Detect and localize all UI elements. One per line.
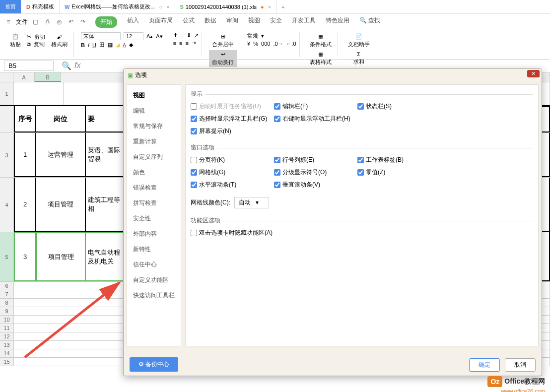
cell-pos[interactable]: 项目管理: [36, 178, 86, 232]
format-painter-button[interactable]: 🖌格式刷: [48, 33, 70, 49]
copy-button[interactable]: 复制: [34, 41, 45, 48]
opt-formulabar[interactable]: 编辑栏(F): [274, 102, 353, 111]
row-header[interactable]: 10: [0, 316, 14, 324]
opt-taskpane[interactable]: 启动时展开任务窗格(U): [191, 102, 270, 111]
sum-button[interactable]: Σ求和: [345, 50, 373, 66]
dialog-close-button[interactable]: ✕: [527, 70, 540, 77]
percent-icon[interactable]: %: [253, 41, 258, 47]
menu-file[interactable]: 文件: [16, 18, 28, 26]
fill-color-button[interactable]: ◢: [116, 42, 120, 48]
menu-start[interactable]: 开始: [95, 16, 117, 28]
align-left-icon[interactable]: ≡: [173, 40, 176, 46]
th-seq[interactable]: 序号: [14, 106, 36, 132]
border-button[interactable]: ▦: [108, 42, 113, 48]
font-select[interactable]: [81, 32, 121, 40]
currency-icon[interactable]: ¥: [247, 41, 250, 47]
menu-search[interactable]: 🔍 查找: [359, 16, 380, 28]
save-icon[interactable]: ▢: [31, 17, 40, 26]
cell-req[interactable]: 建筑工程等相: [86, 178, 126, 232]
cell-seq[interactable]: 3: [14, 232, 36, 281]
opt-gridlines[interactable]: 网格线(G): [191, 168, 270, 177]
row-header[interactable]: 3: [0, 133, 14, 177]
row-header[interactable]: 15: [0, 358, 14, 366]
sidebar-item-view[interactable]: 视图: [127, 88, 181, 103]
cell-seq[interactable]: 1: [14, 133, 36, 177]
row-header[interactable]: 1: [0, 82, 14, 105]
menu-special[interactable]: 特色应用: [326, 16, 349, 28]
opt-statusbar[interactable]: 状态栏(S): [357, 102, 437, 111]
cell-seq[interactable]: 2: [14, 178, 36, 232]
menu-layout[interactable]: 页面布局: [149, 16, 173, 28]
docs-button[interactable]: 📄文档助手: [345, 32, 373, 49]
row-header[interactable]: 13: [0, 341, 14, 349]
opt-sheettabs[interactable]: 工作表标签(B): [357, 156, 437, 164]
gridcolor-dropdown[interactable]: 自动 ▾: [234, 197, 269, 208]
tab-home[interactable]: 首页: [0, 0, 21, 13]
sidebar-item-recalc[interactable]: 重新计算: [127, 134, 181, 149]
sidebar-item-customize[interactable]: 自定义功能区: [127, 272, 181, 288]
grow-font-icon[interactable]: A▴: [146, 33, 153, 40]
opt-minibar-sel[interactable]: 选择时显示浮动工具栏(G): [191, 115, 270, 123]
row-header[interactable]: [0, 106, 14, 132]
menu-formula[interactable]: 公式: [183, 16, 195, 28]
opt-pagebreak[interactable]: 分页符(K): [191, 156, 270, 164]
cut-button[interactable]: 剪切: [34, 33, 45, 41]
cond-format-button[interactable]: ▦条件格式: [307, 32, 335, 49]
print-icon[interactable]: ⎙: [43, 17, 52, 26]
menu-review[interactable]: 审阅: [226, 16, 238, 28]
sidebar-item-edit[interactable]: 编辑: [127, 103, 181, 119]
indent-icon[interactable]: ⇥: [192, 40, 196, 46]
sidebar-item-series[interactable]: 自定义序列: [127, 149, 181, 165]
preview-icon[interactable]: ◎: [55, 17, 64, 26]
wrap-button[interactable]: ↩自动换行: [209, 50, 237, 67]
table-style-button[interactable]: ▦表格样式: [307, 50, 335, 67]
fx-icon[interactable]: fx: [74, 61, 80, 70]
cell-req[interactable]: 英语、国际贸易: [86, 133, 126, 177]
shrink-font-icon[interactable]: A▾: [156, 33, 162, 40]
fx-search-icon[interactable]: 🔍: [62, 61, 71, 70]
merge-button[interactable]: ⊞合并居中: [209, 32, 237, 49]
bold-button[interactable]: B: [81, 42, 85, 48]
name-box[interactable]: [4, 61, 54, 71]
cell-pos-selected[interactable]: 项目管理: [36, 232, 86, 281]
row-header[interactable]: 12: [0, 332, 14, 340]
align-center-icon[interactable]: ≡: [179, 40, 182, 46]
th-req[interactable]: 要: [86, 106, 126, 132]
cell[interactable]: [36, 82, 64, 105]
sidebar-item-general[interactable]: 常规与保存: [127, 119, 181, 134]
row-header[interactable]: 11: [0, 324, 14, 332]
ok-button[interactable]: 确定: [469, 358, 500, 372]
sidebar-item-spell[interactable]: 拼写检查: [127, 196, 181, 211]
underline-button[interactable]: U: [92, 42, 96, 48]
col-header-a[interactable]: A: [13, 72, 35, 82]
highlight-button[interactable]: ◆: [129, 42, 133, 48]
menu-hamburger-icon[interactable]: ≡: [4, 17, 13, 26]
row-header[interactable]: 4: [0, 178, 14, 232]
cell-req[interactable]: 电气自动程及机电关: [86, 232, 126, 281]
size-select[interactable]: [124, 32, 143, 40]
opt-hscroll[interactable]: 水平滚动条(T): [191, 181, 270, 189]
menu-security[interactable]: 安全: [270, 16, 282, 28]
tab-docer[interactable]: D稻壳模板: [21, 0, 60, 13]
menu-dev[interactable]: 开发工具: [292, 16, 316, 28]
menu-data[interactable]: 数据: [205, 16, 216, 28]
sidebar-item-error[interactable]: 错误检查: [127, 180, 181, 196]
align-right-icon[interactable]: ≡: [186, 40, 189, 46]
tab-doc-1[interactable]: WExcel网格线——如何给表格更改...○×: [60, 0, 175, 13]
comma-icon[interactable]: 000: [261, 41, 270, 47]
opt-rowcol[interactable]: 行号列标(E): [274, 156, 353, 164]
inc-decimal-icon[interactable]: .0→: [273, 41, 283, 47]
row-header[interactable]: 6: [0, 282, 14, 290]
opt-hideribbon[interactable]: 双击选项卡时隐藏功能区(A): [191, 229, 437, 237]
sidebar-item-external[interactable]: 外部内容: [127, 226, 181, 242]
opt-zero[interactable]: 零值(Z): [357, 168, 437, 177]
menu-view[interactable]: 视图: [248, 16, 260, 28]
align-mid-icon[interactable]: ≡: [181, 33, 184, 39]
backup-center-button[interactable]: ⚙ 备份中心: [130, 357, 178, 372]
cancel-button[interactable]: 取消: [505, 358, 536, 372]
sidebar-item-trust[interactable]: 信任中心: [127, 257, 181, 272]
sidebar-item-color[interactable]: 颜色: [127, 165, 181, 180]
tab-doc-2[interactable]: S100029142001440038 (1).xls●×: [175, 0, 277, 13]
sidebar-item-security[interactable]: 安全性: [127, 211, 181, 226]
row-header[interactable]: 7: [0, 290, 14, 298]
